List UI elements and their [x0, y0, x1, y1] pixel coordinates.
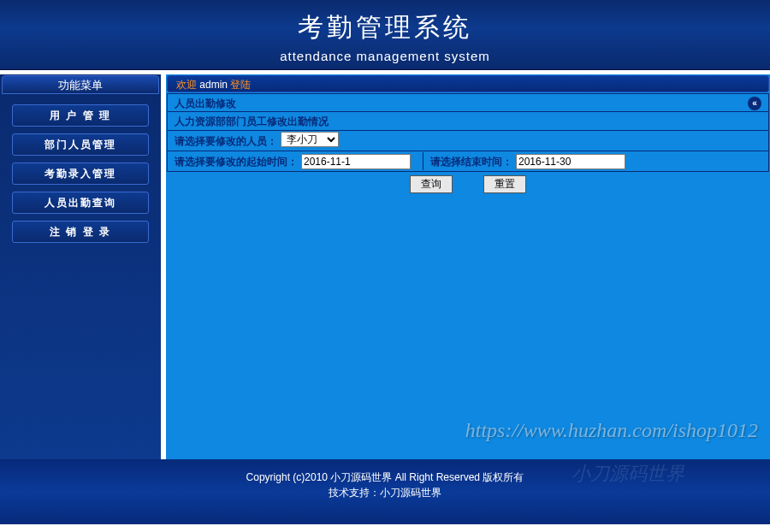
form-row-dates: 请选择要修改的起始时间： 请选择结束时间： [167, 151, 769, 172]
sidebar-item-label: 用 户 管 理 [50, 109, 111, 121]
start-date-cell: 请选择要修改的起始时间： [175, 152, 423, 170]
welcome-prefix: 欢迎 [176, 79, 197, 91]
sidebar-item-label: 考勤录入管理 [44, 168, 116, 180]
start-date-label: 请选择要修改的起始时间： [175, 152, 298, 171]
sidebar-item-user-management[interactable]: 用 户 管 理 [12, 104, 149, 127]
person-select[interactable]: 李小刀 [281, 132, 339, 147]
sidebar-item-label: 人员出勤查询 [44, 197, 116, 209]
sidebar-item-attendance-entry[interactable]: 考勤录入管理 [12, 163, 149, 185]
welcome-bar: 欢迎 admin 登陆 [167, 75, 769, 92]
watermark-text: https://www.huzhan.com/ishop1012 [465, 419, 758, 442]
body-area: 功能菜单 用 户 管 理 部门人员管理 考勤录入管理 人员出勤查询 注 销 登 … [0, 74, 770, 459]
reset-button[interactable]: 重置 [483, 175, 526, 193]
start-date-input[interactable] [301, 154, 411, 169]
sidebar: 功能菜单 用 户 管 理 部门人员管理 考勤录入管理 人员出勤查询 注 销 登 … [0, 74, 161, 459]
app-title: 考勤管理系统 [0, 10, 770, 45]
form-row-person: 请选择要修改的人员： 李小刀 [167, 131, 769, 151]
sidebar-item-label: 注 销 登 录 [50, 226, 111, 238]
person-label: 请选择要修改的人员： [175, 132, 277, 150]
app-subtitle: attendance management system [0, 49, 770, 63]
footer-copyright: Copyright (c)2010 小刀源码世界 All Right Reser… [0, 470, 770, 485]
query-button[interactable]: 查询 [410, 175, 453, 193]
footer-support: 技术支持：小刀源码世界 [0, 485, 770, 500]
back-icon[interactable]: « [748, 97, 761, 110]
info-line: 人力资源部部门员工修改出勤情况 [167, 112, 769, 131]
sidebar-item-label: 部门人员管理 [44, 139, 116, 151]
welcome-user: admin [199, 79, 228, 91]
app-header: 考勤管理系统 attendance management system [0, 0, 770, 70]
section-title: 人员出勤修改 [175, 98, 236, 109]
sidebar-item-logout[interactable]: 注 销 登 录 [12, 221, 149, 243]
sidebar-title: 功能菜单 [2, 75, 159, 94]
sidebar-item-department-personnel[interactable]: 部门人员管理 [12, 133, 149, 156]
footer: 小刀源码世界 Copyright (c)2010 小刀源码世界 All Righ… [0, 459, 770, 524]
sidebar-item-attendance-query[interactable]: 人员出勤查询 [12, 192, 149, 214]
end-date-label: 请选择结束时间： [430, 152, 512, 171]
end-date-cell: 请选择结束时间： [423, 152, 761, 170]
welcome-suffix: 登陆 [230, 79, 251, 91]
section-title-bar: 人员出勤修改 « [167, 93, 769, 112]
main-panel: 欢迎 admin 登陆 人员出勤修改 « 人力资源部部门员工修改出勤情况 请选择… [166, 74, 770, 459]
button-row: 查询 重置 [166, 172, 770, 197]
end-date-input[interactable] [516, 154, 625, 169]
